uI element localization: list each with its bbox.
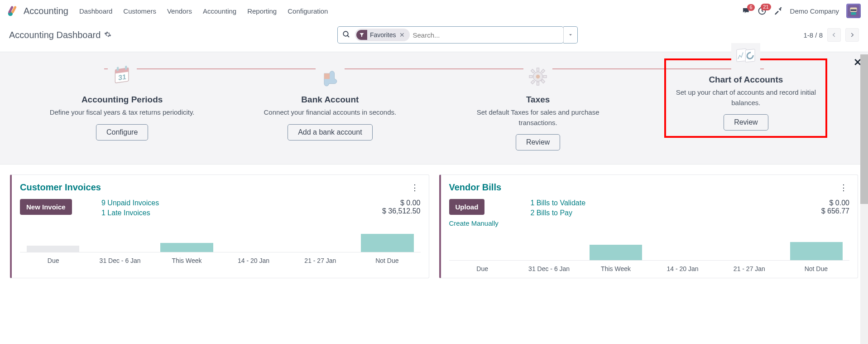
create-manually-link[interactable]: Create Manually	[449, 219, 522, 227]
messages-badge: 6	[747, 4, 754, 11]
activities-badge: 21	[761, 4, 771, 10]
card-customer-invoices: Customer Invoices ⋮ New Invoice 9 Unpaid…	[10, 174, 429, 278]
pager-text: 1-8 / 8	[803, 31, 823, 39]
puzzle-icon	[316, 63, 345, 90]
kebab-icon[interactable]: ⋮	[838, 183, 849, 193]
amount-validate: $ 0.00	[786, 199, 849, 207]
svg-rect-18	[529, 75, 532, 78]
topbar-right: 6 21 Demo Company	[741, 4, 861, 18]
search-wrap: Favorites ✕	[337, 26, 578, 44]
svg-point-8	[343, 31, 348, 36]
onboard-step-periods: 31 Accounting Periods Define your fiscal…	[41, 63, 204, 141]
customer-chart	[20, 231, 421, 252]
onboard-steps: 31 Accounting Periods Define your fiscal…	[18, 63, 850, 150]
svg-rect-21	[541, 79, 545, 83]
svg-rect-22	[531, 80, 535, 84]
nav-dashboard[interactable]: Dashboard	[79, 7, 112, 15]
activities-icon[interactable]: 21	[758, 6, 767, 15]
step-title: Bank Account	[301, 95, 359, 105]
svg-rect-25	[737, 48, 746, 62]
chart-label: Not Due	[783, 265, 849, 272]
filter-chip: Favorites ✕	[355, 29, 410, 41]
chart-label: Due	[20, 257, 86, 264]
nav-accounting[interactable]: Accounting	[203, 7, 236, 15]
scrollbar[interactable]	[860, 54, 868, 278]
chart-label: Not Due	[354, 257, 420, 264]
review-taxes-button[interactable]: Review	[516, 134, 560, 150]
kebab-icon[interactable]: ⋮	[409, 183, 421, 193]
page-title: Accounting Dashboard	[9, 30, 101, 40]
funnel-icon	[356, 30, 367, 40]
step-title: Taxes	[526, 95, 550, 105]
nav-vendors[interactable]: Vendors	[167, 7, 192, 15]
search-box[interactable]: Favorites ✕	[337, 26, 564, 44]
amount-late: $ 36,512.50	[357, 207, 421, 215]
vendor-chart	[449, 239, 850, 261]
step-desc: Define your fiscal years & tax returns p…	[50, 107, 195, 118]
card-title[interactable]: Customer Invoices	[20, 182, 101, 193]
new-invoice-button[interactable]: New Invoice	[20, 199, 72, 215]
bills-validate-link[interactable]: 1 Bills to Validate	[531, 199, 777, 207]
nav-configuration[interactable]: Configuration	[288, 7, 328, 15]
dashboard-cards: Customer Invoices ⋮ New Invoice 9 Unpaid…	[0, 165, 868, 278]
step-desc: Set up your chart of accounts and record…	[673, 87, 818, 108]
card-title[interactable]: Vendor Bills	[449, 182, 502, 193]
onboard-step-taxes: Taxes Set default Taxes for sales and pu…	[456, 63, 619, 150]
app-logo-icon[interactable]	[7, 5, 19, 17]
avatar[interactable]	[846, 4, 861, 18]
svg-rect-16	[537, 68, 539, 71]
svg-rect-19	[543, 75, 547, 78]
vendor-chart-labels: Due31 Dec - 6 JanThis Week14 - 20 Jan21 …	[449, 265, 850, 272]
gear-large-icon	[523, 63, 552, 90]
highlighted-step: Chart of Accounts Set up your chart of a…	[664, 58, 827, 138]
chart-label: This Week	[582, 265, 649, 272]
pager-next[interactable]	[845, 28, 859, 42]
search-icon	[338, 30, 355, 40]
chart-label: 31 Dec - 6 Jan	[516, 265, 582, 272]
nav-reporting[interactable]: Reporting	[247, 7, 277, 15]
onboard-step-bank: Bank Account Connect your financial acco…	[249, 63, 412, 141]
svg-rect-7	[851, 12, 856, 15]
chart-label: Due	[449, 265, 516, 272]
card-vendor-bills: Vendor Bills ⋮ Upload Create Manually 1 …	[439, 174, 858, 278]
amount-unpaid: $ 0.00	[357, 199, 421, 207]
configure-button[interactable]: Configure	[96, 124, 148, 141]
tools-icon[interactable]	[774, 6, 783, 16]
svg-rect-6	[851, 10, 857, 11]
svg-point-24	[536, 75, 540, 79]
calendar-icon: 31	[108, 63, 137, 90]
chart-label: This Week	[153, 257, 220, 264]
step-desc: Set default Taxes for sales and purchase…	[465, 107, 610, 128]
chart-icon	[731, 43, 760, 70]
nav-links: Dashboard Customers Vendors Accounting R…	[79, 7, 328, 15]
svg-rect-20	[531, 69, 535, 73]
chart-label: 31 Dec - 6 Jan	[86, 257, 153, 264]
chip-remove-icon[interactable]: ✕	[399, 31, 405, 39]
messages-icon[interactable]: 6	[741, 7, 750, 15]
svg-line-9	[347, 35, 349, 37]
review-coa-button[interactable]: Review	[724, 114, 768, 131]
late-invoices-link[interactable]: 1 Late Invoices	[101, 209, 348, 217]
svg-rect-17	[537, 82, 539, 85]
amount-pay: $ 656.77	[786, 207, 849, 215]
pager-prev[interactable]	[827, 28, 841, 42]
app-name[interactable]: Accounting	[24, 6, 68, 16]
search-dropdown-caret[interactable]	[563, 26, 578, 44]
step-desc: Connect your financial accounts in secon…	[264, 107, 397, 118]
company-name[interactable]: Demo Company	[790, 7, 839, 15]
chart-label: 14 - 20 Jan	[220, 257, 287, 264]
search-input[interactable]	[412, 31, 563, 39]
filter-chip-label: Favorites	[370, 31, 396, 39]
chart-label: 21 - 27 Jan	[287, 257, 354, 264]
chart-label: 14 - 20 Jan	[649, 265, 716, 272]
add-bank-button[interactable]: Add a bank account	[288, 124, 372, 141]
bills-pay-link[interactable]: 2 Bills to Pay	[531, 209, 777, 217]
unpaid-invoices-link[interactable]: 9 Unpaid Invoices	[101, 199, 348, 207]
nav-customers[interactable]: Customers	[123, 7, 156, 15]
svg-text:31: 31	[118, 73, 126, 82]
svg-rect-23	[541, 69, 545, 73]
step-title: Accounting Periods	[82, 95, 163, 105]
upload-button[interactable]: Upload	[449, 199, 485, 215]
topbar: Accounting Dashboard Customers Vendors A…	[0, 0, 868, 22]
gear-icon[interactable]	[104, 31, 111, 39]
